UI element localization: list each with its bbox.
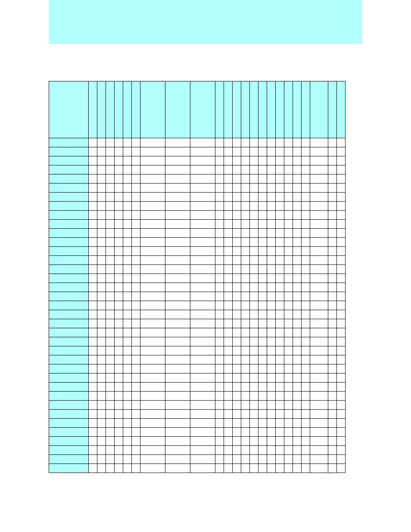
cell bbox=[276, 184, 284, 193]
cell bbox=[302, 193, 310, 202]
cell bbox=[337, 437, 346, 446]
cell bbox=[250, 319, 258, 328]
cell bbox=[302, 428, 310, 437]
cell bbox=[293, 265, 302, 274]
cell bbox=[215, 419, 224, 428]
cell bbox=[241, 401, 250, 410]
row-header bbox=[49, 346, 89, 355]
cell bbox=[302, 319, 310, 328]
cell bbox=[302, 383, 310, 392]
cell bbox=[302, 211, 310, 220]
cell bbox=[123, 193, 132, 202]
cell bbox=[165, 165, 190, 174]
cell bbox=[97, 446, 106, 455]
cell bbox=[233, 229, 241, 238]
header-cell-23 bbox=[337, 81, 346, 138]
cell bbox=[140, 419, 165, 428]
cell bbox=[115, 428, 123, 437]
row-header bbox=[49, 292, 89, 301]
cell bbox=[310, 446, 328, 455]
cell bbox=[140, 328, 165, 337]
cell bbox=[224, 364, 233, 373]
table-row bbox=[49, 337, 346, 346]
cell bbox=[140, 202, 165, 211]
cell bbox=[267, 202, 276, 211]
cell bbox=[97, 455, 106, 464]
cell bbox=[293, 256, 302, 265]
row-header bbox=[49, 184, 89, 193]
cell bbox=[215, 455, 224, 464]
cell bbox=[89, 337, 97, 346]
row-header bbox=[49, 337, 89, 346]
cell bbox=[310, 455, 328, 464]
cell bbox=[165, 220, 190, 229]
cell bbox=[140, 292, 165, 301]
cell bbox=[224, 193, 233, 202]
cell bbox=[89, 229, 97, 238]
cell bbox=[258, 274, 267, 283]
cell bbox=[97, 310, 106, 319]
cell bbox=[276, 220, 284, 229]
table-row bbox=[49, 401, 346, 410]
cell bbox=[233, 274, 241, 283]
cell bbox=[97, 247, 106, 256]
cell bbox=[267, 184, 276, 193]
cell bbox=[97, 211, 106, 220]
cell bbox=[190, 211, 215, 220]
cell bbox=[293, 337, 302, 346]
cell bbox=[215, 165, 224, 174]
cell bbox=[284, 328, 293, 337]
cell bbox=[123, 238, 132, 247]
cell bbox=[224, 392, 233, 401]
cell bbox=[302, 292, 310, 301]
cell bbox=[215, 464, 224, 473]
cell bbox=[276, 319, 284, 328]
table-row bbox=[49, 346, 346, 355]
cell bbox=[258, 156, 267, 165]
row-header bbox=[49, 229, 89, 238]
cell bbox=[89, 193, 97, 202]
cell bbox=[276, 138, 284, 147]
cell bbox=[310, 346, 328, 355]
cell bbox=[215, 328, 224, 337]
cell bbox=[267, 147, 276, 156]
cell bbox=[293, 165, 302, 174]
cell bbox=[224, 184, 233, 193]
cell bbox=[241, 392, 250, 401]
cell bbox=[106, 392, 115, 401]
cell bbox=[241, 211, 250, 220]
cell bbox=[241, 156, 250, 165]
cell bbox=[258, 401, 267, 410]
cell bbox=[284, 247, 293, 256]
cell bbox=[293, 410, 302, 419]
cell bbox=[250, 364, 258, 373]
cell bbox=[106, 446, 115, 455]
cell bbox=[310, 229, 328, 238]
cell bbox=[224, 247, 233, 256]
cell bbox=[241, 193, 250, 202]
cell bbox=[310, 355, 328, 364]
cell bbox=[258, 238, 267, 247]
cell bbox=[106, 174, 115, 184]
cell bbox=[115, 383, 123, 392]
cell bbox=[293, 220, 302, 229]
cell bbox=[310, 301, 328, 310]
cell bbox=[123, 156, 132, 165]
cell bbox=[233, 328, 241, 337]
cell bbox=[165, 383, 190, 392]
cell bbox=[97, 274, 106, 283]
cell bbox=[132, 328, 140, 337]
cell bbox=[233, 383, 241, 392]
cell bbox=[328, 428, 337, 437]
header-cell-5 bbox=[123, 81, 132, 138]
cell bbox=[132, 193, 140, 202]
cell bbox=[310, 174, 328, 184]
cell bbox=[215, 184, 224, 193]
cell bbox=[89, 256, 97, 265]
cell bbox=[276, 283, 284, 292]
cell bbox=[337, 364, 346, 373]
cell bbox=[328, 292, 337, 301]
cell bbox=[337, 283, 346, 292]
cell bbox=[267, 383, 276, 392]
row-header bbox=[49, 428, 89, 437]
